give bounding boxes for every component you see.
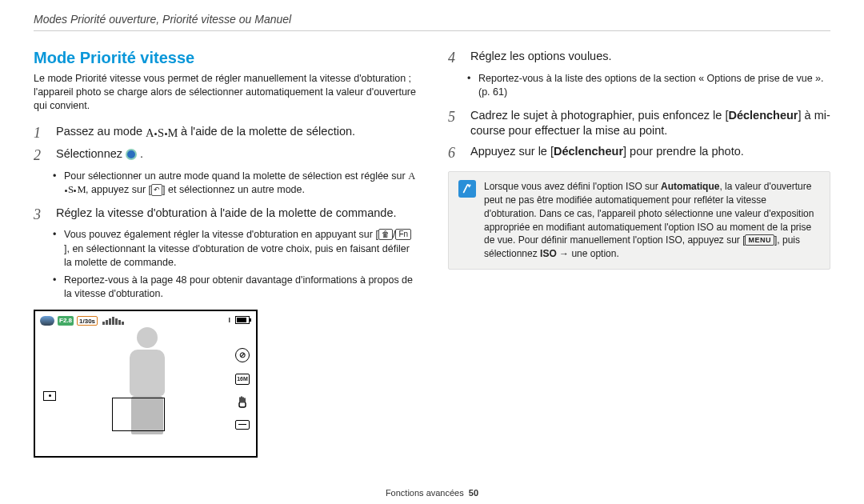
info-icon bbox=[458, 180, 476, 198]
fn-key-icon: Fn bbox=[395, 229, 411, 240]
back-key-icon: ↶ bbox=[151, 184, 162, 196]
shutter-button-label: Déclencheur bbox=[728, 109, 798, 122]
bullet-text-c: ] et sélectionnez un autre mode. bbox=[162, 184, 305, 195]
lcd-top-bar: F2.8 1/30s bbox=[40, 316, 251, 326]
step-2: 2 Sélectionnez . bbox=[34, 146, 416, 165]
note-part-d: → une option. bbox=[557, 248, 619, 259]
image-stabilization-icon bbox=[236, 396, 249, 409]
shutter-speed-readout: 1/30s bbox=[77, 316, 98, 326]
aperture-readout: F2.8 bbox=[58, 316, 74, 326]
step-number: 5 bbox=[448, 108, 462, 139]
step-body: Appuyez sur le [Déclencheur] pour prendr… bbox=[470, 144, 830, 162]
bullet-text-b: , appuyez sur [ bbox=[86, 184, 151, 195]
step-4: 4 Réglez les options voulues. bbox=[448, 49, 830, 67]
info-note: Lorsque vous avez défini l'option ISO su… bbox=[448, 171, 830, 270]
right-column: 4 Réglez les options voulues. Reportez-v… bbox=[448, 49, 830, 458]
step-3: 3 Réglez la vitesse d'obturation à l'aid… bbox=[34, 206, 416, 224]
step2-text-b: . bbox=[137, 147, 143, 160]
step-number: 3 bbox=[34, 206, 48, 224]
step-body: Réglez les options voulues. bbox=[470, 49, 830, 67]
bullet-text-a: Pour sélectionner un autre mode quand la… bbox=[64, 170, 408, 182]
footer-section-label: Fonctions avancées bbox=[386, 488, 464, 498]
list-item: Pour sélectionner un autre mode quand la… bbox=[56, 170, 416, 198]
step6-text-b: ] pour prendre la photo. bbox=[623, 145, 744, 158]
step-6: 6 Appuyez sur le [Déclencheur] pour pren… bbox=[448, 144, 830, 162]
manual-page: Modes Priorité ouverture, Priorité vites… bbox=[0, 0, 864, 504]
shutter-priority-mode-icon bbox=[126, 149, 137, 160]
step-number: 4 bbox=[448, 49, 462, 67]
step2-bullets: Pour sélectionner un autre mode quand la… bbox=[34, 170, 416, 198]
flash-off-icon: ⊘ bbox=[235, 348, 250, 362]
step4-bullets: Reportez-vous à la liste des options de … bbox=[448, 72, 830, 100]
chapter-breadcrumb: Modes Priorité ouverture, Priorité vites… bbox=[34, 13, 830, 31]
step-number: 1 bbox=[34, 124, 48, 142]
list-item: Reportez-vous à la liste des options de … bbox=[470, 72, 830, 100]
left-column: Mode Priorité vitesse Le mode Priorité v… bbox=[34, 49, 416, 458]
note-iso: ISO bbox=[540, 248, 557, 259]
step1-text-a: Passez au mode bbox=[56, 125, 146, 138]
section-intro: Le mode Priorité vitesse vous permet de … bbox=[34, 72, 416, 113]
asm-mode-icon: ASM bbox=[146, 126, 178, 142]
page-footer: Fonctions avancées 50 bbox=[0, 488, 864, 498]
list-item: Vous pouvez également régler la vitesse … bbox=[56, 228, 416, 270]
step-body: Sélectionnez . bbox=[56, 146, 416, 165]
step3-bullets: Vous pouvez également régler la vitesse … bbox=[34, 228, 416, 302]
shutter-button-label: Déclencheur bbox=[554, 145, 623, 158]
section-title: Mode Priorité vitesse bbox=[34, 49, 416, 67]
menu-key-icon: MENU bbox=[745, 234, 774, 246]
step6-text-a: Appuyez sur le [ bbox=[470, 145, 554, 158]
camera-lcd-preview: F2.8 1/30s I ⊘ 16M bbox=[34, 310, 258, 458]
step-5: 5 Cadrez le sujet à photographier, puis … bbox=[448, 108, 830, 139]
step1-text-b: à l'aide de la molette de sélection. bbox=[178, 125, 355, 138]
exposure-scale-icon bbox=[102, 317, 124, 325]
mode-indicator-icon bbox=[40, 316, 54, 326]
trash-key-icon: 🗑 bbox=[378, 229, 393, 240]
step-1: 1 Passez au mode ASM à l'aide de la mole… bbox=[34, 124, 416, 142]
note-part-a: Lorsque vous avez défini l'option ISO su… bbox=[484, 181, 661, 192]
list-item: Reportez-vous à la page 48 pour obtenir … bbox=[56, 274, 416, 302]
metering-mode-icon bbox=[235, 420, 250, 430]
image-size-icon: 16M bbox=[235, 374, 250, 385]
af-point-icon bbox=[43, 391, 56, 401]
step-body: Cadrez le sujet à photographier, puis en… bbox=[470, 108, 830, 139]
note-text: Lorsque vous avez défini l'option ISO su… bbox=[484, 180, 820, 261]
page-number: 50 bbox=[469, 488, 478, 498]
two-column-layout: Mode Priorité vitesse Le mode Priorité v… bbox=[34, 49, 830, 458]
lcd-top-right: I bbox=[228, 316, 250, 324]
lcd-right-icons: ⊘ 16M bbox=[235, 348, 250, 430]
step5-text-a: Cadrez le sujet à photographier, puis en… bbox=[470, 109, 728, 122]
note-auto: Automatique bbox=[661, 181, 719, 192]
focus-frame-icon bbox=[112, 398, 165, 431]
step-number: 2 bbox=[34, 146, 48, 165]
step-body: Passez au mode ASM à l'aide de la molett… bbox=[56, 124, 416, 142]
step2-text-a: Sélectionnez bbox=[56, 147, 126, 160]
step-body: Réglez la vitesse d'obturation à l'aide … bbox=[56, 206, 416, 224]
svg-point-0 bbox=[469, 185, 470, 186]
battery-icon bbox=[235, 316, 250, 324]
step-number: 6 bbox=[448, 144, 462, 162]
shots-remaining: I bbox=[228, 316, 230, 324]
